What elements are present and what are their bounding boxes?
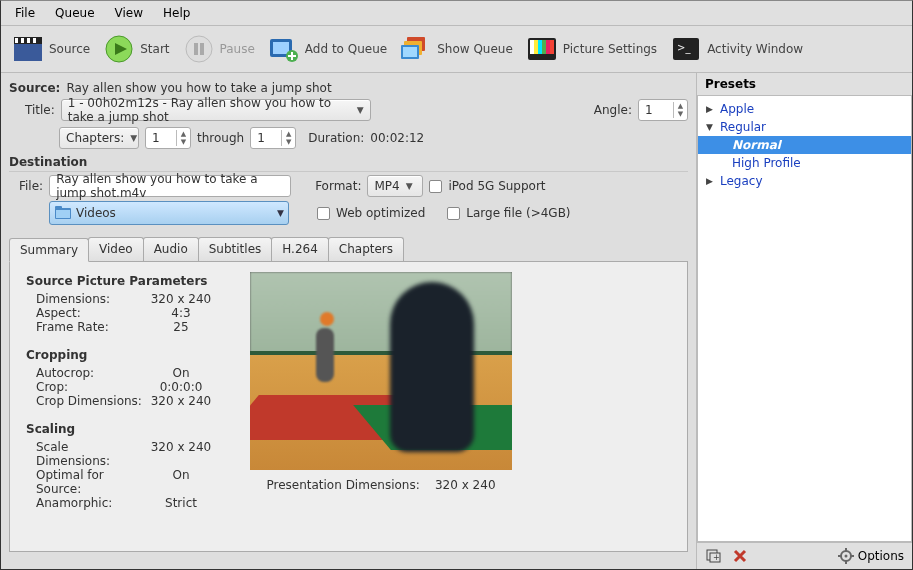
presentation-dim-label: Presentation Dimensions:: [266, 478, 419, 492]
svg-rect-9: [194, 43, 198, 55]
svg-rect-10: [200, 43, 204, 55]
large-file-label: Large file (>4GB): [466, 206, 570, 220]
source-label: Source: [49, 42, 90, 56]
preset-high-profile[interactable]: High Profile: [698, 154, 911, 172]
file-input[interactable]: Ray allen show you how to take a jump sh…: [49, 175, 291, 197]
destination-folder-combo[interactable]: Videos ▼: [49, 201, 289, 225]
show-queue-icon: [401, 34, 431, 64]
destination-heading: Destination: [9, 155, 688, 172]
svg-rect-21: [538, 40, 542, 54]
source-value: Ray allen show you how to take a jump sh…: [66, 81, 331, 95]
svg-point-34: [844, 555, 847, 558]
add-to-queue-button[interactable]: Add to Queue: [265, 32, 391, 66]
source-label-heading: Source:: [9, 81, 60, 95]
settings-tabs: Summary Video Audio Subtitles H.264 Chap…: [9, 237, 688, 552]
picture-settings-label: Picture Settings: [563, 42, 657, 56]
pause-icon: [184, 34, 214, 64]
angle-label: Angle:: [594, 103, 632, 117]
add-queue-label: Add to Queue: [305, 42, 387, 56]
menu-file[interactable]: File: [5, 3, 45, 23]
disclosure-right-icon: ▶: [706, 104, 716, 114]
options-button[interactable]: Options: [838, 548, 904, 564]
tab-h264[interactable]: H.264: [271, 237, 329, 261]
video-preview: [250, 272, 512, 470]
web-optimized-checkbox[interactable]: [317, 207, 330, 220]
svg-text:>_: >_: [677, 42, 691, 54]
svg-rect-20: [534, 40, 538, 54]
preset-group-apple[interactable]: ▶ Apple: [698, 100, 911, 118]
tab-video[interactable]: Video: [88, 237, 144, 261]
picture-settings-button[interactable]: Picture Settings: [523, 32, 661, 66]
preset-group-legacy[interactable]: ▶ Legacy: [698, 172, 911, 190]
menu-view[interactable]: View: [105, 3, 153, 23]
chapter-end-spinner[interactable]: 1 ▲▼: [250, 127, 296, 149]
show-queue-button[interactable]: Show Queue: [397, 32, 517, 66]
svg-rect-17: [403, 47, 417, 57]
activity-label: Activity Window: [707, 42, 803, 56]
preset-add-button[interactable]: +: [705, 547, 723, 565]
large-file-checkbox[interactable]: [447, 207, 460, 220]
duration-value: 00:02:12: [370, 131, 424, 145]
remove-icon: [733, 549, 747, 563]
tab-summary[interactable]: Summary: [9, 238, 89, 262]
menu-queue[interactable]: Queue: [45, 3, 104, 23]
presentation-dim-value: 320 x 240: [435, 478, 496, 492]
svg-text:+: +: [713, 553, 720, 562]
svg-rect-2: [15, 38, 18, 43]
disclosure-right-icon: ▶: [706, 176, 716, 186]
svg-rect-28: [55, 206, 62, 209]
play-icon: [104, 34, 134, 64]
start-button[interactable]: Start: [100, 32, 173, 66]
src-pic-params-heading: Source Picture Parameters: [26, 274, 216, 288]
toolbar: Source Start Pause Add to Queue Show Que…: [1, 26, 912, 73]
clapperboard-icon: [13, 34, 43, 64]
presets-tree[interactable]: ▶ Apple ▼ Regular Normal High Profile ▶ …: [697, 95, 912, 542]
color-bars-icon: [527, 34, 557, 64]
chapter-start-spinner[interactable]: 1 ▲▼: [145, 127, 191, 149]
svg-rect-12: [273, 42, 289, 54]
ipod-label: iPod 5G Support: [448, 179, 545, 193]
gear-icon: [838, 548, 854, 564]
tab-audio[interactable]: Audio: [143, 237, 199, 261]
disclosure-down-icon: ▼: [706, 122, 716, 132]
svg-rect-23: [546, 40, 550, 54]
title-combo[interactable]: 1 - 00h02m12s - Ray allen show you how t…: [61, 99, 371, 121]
tab-subtitles[interactable]: Subtitles: [198, 237, 273, 261]
angle-spinner[interactable]: 1 ▲▼: [638, 99, 688, 121]
format-combo[interactable]: MP4▼: [367, 175, 423, 197]
svg-rect-24: [550, 40, 554, 54]
preset-normal[interactable]: Normal: [698, 136, 911, 154]
file-label: File:: [19, 179, 43, 193]
add-queue-icon: [269, 34, 299, 64]
tab-chapters[interactable]: Chapters: [328, 237, 404, 261]
menu-help[interactable]: Help: [153, 3, 200, 23]
source-button[interactable]: Source: [9, 32, 94, 66]
svg-rect-19: [530, 40, 534, 54]
svg-rect-29: [56, 210, 70, 218]
through-label: through: [197, 131, 244, 145]
add-preset-icon: +: [706, 549, 722, 563]
start-label: Start: [140, 42, 169, 56]
preset-remove-button[interactable]: [731, 547, 749, 565]
format-label: Format:: [315, 179, 361, 193]
preset-group-regular[interactable]: ▼ Regular: [698, 118, 911, 136]
menubar: File Queue View Help: [1, 1, 912, 26]
scaling-heading: Scaling: [26, 422, 216, 436]
activity-window-button[interactable]: >_ Activity Window: [667, 32, 807, 66]
svg-rect-3: [21, 38, 24, 43]
svg-point-8: [186, 36, 212, 62]
folder-icon: [54, 205, 72, 221]
ipod-checkbox[interactable]: [429, 180, 442, 193]
terminal-icon: >_: [671, 34, 701, 64]
title-label: Title:: [25, 103, 55, 117]
pause-button: Pause: [180, 32, 259, 66]
cropping-heading: Cropping: [26, 348, 216, 362]
svg-rect-22: [542, 40, 546, 54]
svg-rect-0: [14, 44, 42, 61]
chapters-combo[interactable]: Chapters:▼: [59, 127, 139, 149]
presets-heading: Presets: [697, 73, 912, 93]
svg-rect-4: [27, 38, 30, 43]
svg-rect-5: [33, 38, 36, 43]
pause-label: Pause: [220, 42, 255, 56]
web-opt-label: Web optimized: [336, 206, 425, 220]
